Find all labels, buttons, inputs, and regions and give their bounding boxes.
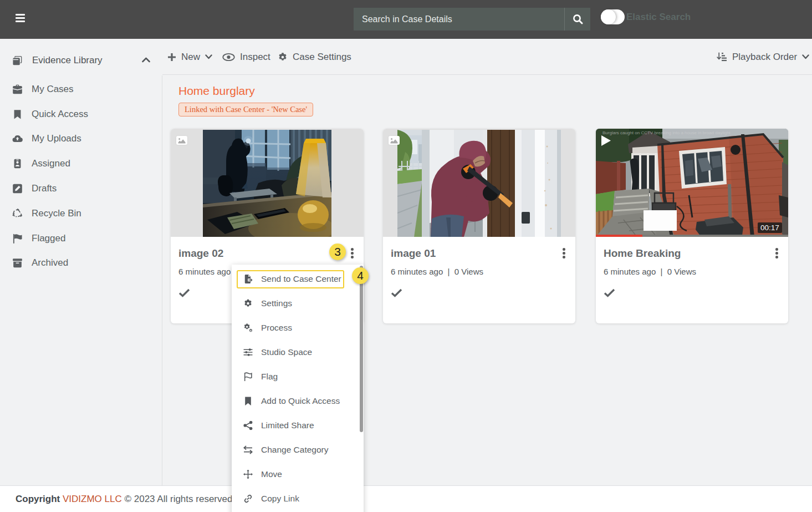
- svg-text:Burglars caught on CCTV breaki: Burglars caught on CCTV breaking into a …: [602, 130, 732, 135]
- svg-text:00:17: 00:17: [760, 224, 779, 232]
